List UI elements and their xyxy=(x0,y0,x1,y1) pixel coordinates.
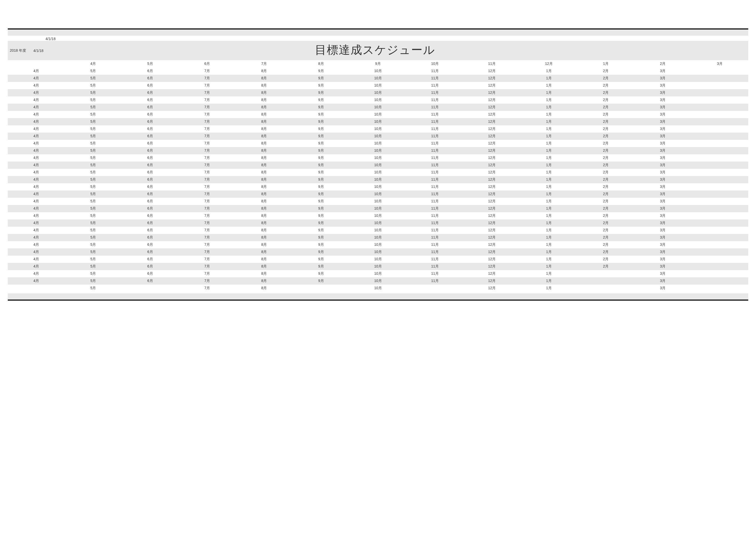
table-cell: 12月 xyxy=(463,270,520,277)
table-cell: 11月 xyxy=(406,133,463,140)
meta-line: 4/1/18 xyxy=(8,36,748,41)
table-cell: 12月 xyxy=(463,75,520,82)
table-cell: 6月 xyxy=(122,248,179,255)
table-header-cell: 6月 xyxy=(179,60,235,67)
table-cell: 8月 xyxy=(235,183,292,191)
table-row: 4月5月6月7月8月9月10月11月12月1月2月3月 xyxy=(8,248,748,255)
table-cell: 6月 xyxy=(122,96,179,104)
table-cell: 10月 xyxy=(350,241,406,248)
table-cell: 10月 xyxy=(350,198,406,205)
table-header-cell: 11月 xyxy=(463,60,520,67)
table-cell: 4月 xyxy=(8,154,65,162)
table-cell: 6月 xyxy=(122,234,179,241)
table-cell: 3月 xyxy=(634,125,691,133)
table-cell: 3月 xyxy=(634,67,691,75)
table-row: 4月5月6月7月8月9月10月11月12月1月2月3月 xyxy=(8,191,748,198)
table-cell: 1月 xyxy=(521,140,577,147)
table-cell: 3月 xyxy=(634,111,691,118)
table-cell: 7月 xyxy=(179,111,235,118)
table-cell: 6月 xyxy=(122,176,179,183)
table-cell: 8月 xyxy=(235,191,292,198)
table-header-cell: 1月 xyxy=(577,60,634,67)
table-cell: 5月 xyxy=(65,263,122,270)
table-cell: 11月 xyxy=(406,82,463,89)
table-cell: 1月 xyxy=(521,284,577,292)
table-cell: 10月 xyxy=(350,118,406,125)
table-cell: 7月 xyxy=(179,133,235,140)
table-cell xyxy=(691,241,748,248)
table-cell: 9月 xyxy=(292,82,349,89)
table-cell xyxy=(691,133,748,140)
table-cell: 7月 xyxy=(179,263,235,270)
table-cell: 12月 xyxy=(463,191,520,198)
table-cell xyxy=(691,220,748,227)
table-cell: 4月 xyxy=(8,227,65,234)
table-cell: 4月 xyxy=(8,133,65,140)
table-cell: 11月 xyxy=(406,220,463,227)
table-cell xyxy=(691,96,748,104)
table-cell: 4月 xyxy=(8,147,65,154)
table-cell: 8月 xyxy=(235,284,292,292)
table-cell: 5月 xyxy=(65,241,122,248)
table-cell: 5月 xyxy=(65,234,122,241)
table-cell: 5月 xyxy=(65,133,122,140)
table-cell: 6月 xyxy=(122,270,179,277)
table-cell xyxy=(691,162,748,169)
table-cell: 2月 xyxy=(577,125,634,133)
table-cell: 9月 xyxy=(292,205,349,212)
table-cell: 2月 xyxy=(577,176,634,183)
table-cell: 2月 xyxy=(577,191,634,198)
table-row: 4月5月6月7月8月9月10月11月12月1月2月3月 xyxy=(8,89,748,96)
table-cell: 9月 xyxy=(292,220,349,227)
table-cell: 4月 xyxy=(8,205,65,212)
table-cell: 11月 xyxy=(406,205,463,212)
table-cell: 10月 xyxy=(350,234,406,241)
table-cell: 1月 xyxy=(521,191,577,198)
table-cell: 6月 xyxy=(122,241,179,248)
table-cell: 5月 xyxy=(65,284,122,292)
table-cell xyxy=(691,227,748,234)
table-cell xyxy=(292,284,349,292)
table-cell: 6月 xyxy=(122,191,179,198)
table-cell: 9月 xyxy=(292,241,349,248)
table-cell: 11月 xyxy=(406,191,463,198)
table-cell: 9月 xyxy=(292,248,349,255)
table-row: 4月5月6月7月8月9月10月11月12月1月2月3月 xyxy=(8,118,748,125)
table-cell: 11月 xyxy=(406,125,463,133)
table-cell: 8月 xyxy=(235,125,292,133)
table-cell: 10月 xyxy=(350,162,406,169)
table-cell: 5月 xyxy=(65,248,122,255)
table-cell xyxy=(691,118,748,125)
table-row: 4月5月6月7月8月9月10月11月12月1月2月3月 xyxy=(8,241,748,248)
table-cell: 10月 xyxy=(350,183,406,191)
table-cell: 4月 xyxy=(8,277,65,284)
table-cell: 9月 xyxy=(292,140,349,147)
table-cell: 8月 xyxy=(235,147,292,154)
table-cell: 12月 xyxy=(463,205,520,212)
table-cell: 3月 xyxy=(634,82,691,89)
table-cell: 9月 xyxy=(292,169,349,176)
table-cell xyxy=(691,255,748,263)
table-cell: 12月 xyxy=(463,111,520,118)
table-cell: 1月 xyxy=(521,154,577,162)
table-cell: 9月 xyxy=(292,176,349,183)
table-cell xyxy=(691,104,748,111)
table-cell: 9月 xyxy=(292,277,349,284)
table-cell: 3月 xyxy=(634,183,691,191)
table-cell: 8月 xyxy=(235,263,292,270)
table-cell: 2月 xyxy=(577,241,634,248)
table-cell: 5月 xyxy=(65,140,122,147)
table-cell: 8月 xyxy=(235,241,292,248)
table-cell: 6月 xyxy=(122,227,179,234)
table-header-cell: 3月 xyxy=(691,60,748,67)
table-cell: 3月 xyxy=(634,205,691,212)
table-cell: 4月 xyxy=(8,176,65,183)
table-cell: 8月 xyxy=(235,89,292,96)
table-cell: 1月 xyxy=(521,270,577,277)
table-cell: 5月 xyxy=(65,270,122,277)
table-cell xyxy=(691,248,748,255)
table-cell: 12月 xyxy=(463,154,520,162)
table-cell: 3月 xyxy=(634,169,691,176)
table-cell: 5月 xyxy=(65,89,122,96)
table-cell xyxy=(691,277,748,284)
